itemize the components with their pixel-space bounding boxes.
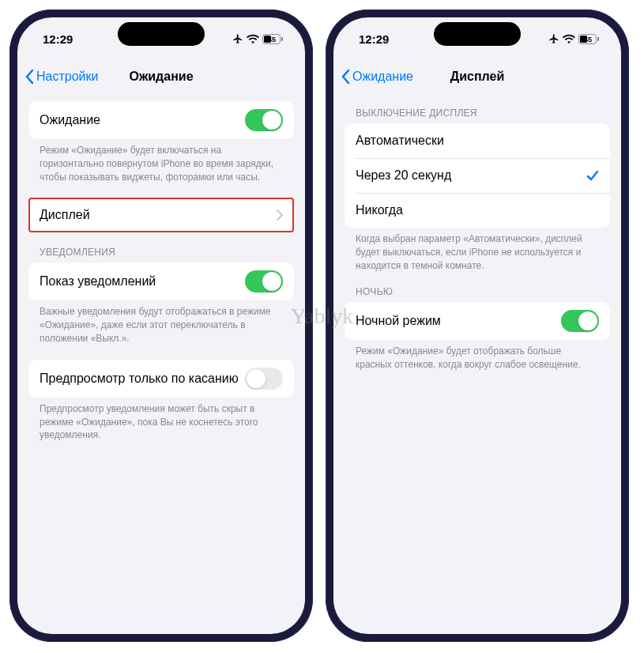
screen-right: 12:29 45 Ожидание Дисплей ВЫКЛЮЧЕНИЕ ДИС… — [333, 17, 621, 634]
show-notifications-toggle[interactable] — [245, 270, 283, 293]
dynamic-island — [434, 22, 521, 46]
night-mode-label: Ночной режим — [356, 314, 441, 328]
wifi-icon — [563, 34, 575, 43]
option-never[interactable]: Никогда — [345, 193, 610, 228]
display-row[interactable]: Дисплей — [28, 198, 294, 232]
phone-right: 12:29 45 Ожидание Дисплей ВЫКЛЮЧЕНИЕ ДИС… — [326, 9, 629, 642]
status-time: 12:29 — [359, 32, 389, 46]
svg-rect-6 — [597, 37, 599, 41]
nav-bar: Ожидание Дисплей — [333, 60, 621, 93]
display-label: Дисплей — [40, 208, 90, 222]
standby-toggle[interactable] — [245, 109, 283, 131]
phone-left: 12:29 45 Настройки Ожидание Ожидание — [9, 9, 313, 642]
status-icons: 45 — [548, 33, 599, 44]
option-after20-label: Через 20 секунд — [356, 168, 451, 183]
back-label: Ожидание — [352, 70, 413, 84]
page-title: Ожидание — [129, 70, 193, 84]
back-label: Настройки — [36, 70, 98, 84]
night-mode-row[interactable]: Ночной режим — [345, 302, 610, 340]
night-header: НОЧЬЮ — [345, 286, 610, 302]
airplane-icon — [548, 33, 559, 44]
battery-icon: 45 — [262, 34, 283, 44]
display-row-highlight: Дисплей — [28, 198, 294, 232]
preview-touch-toggle[interactable] — [245, 368, 283, 390]
standby-label: Ожидание — [40, 113, 100, 127]
display-off-header: ВЫКЛЮЧЕНИЕ ДИСПЛЕЯ — [345, 108, 610, 123]
option-auto-label: Автоматически — [356, 134, 444, 148]
status-time: 12:29 — [43, 32, 73, 46]
dynamic-island — [118, 22, 205, 46]
option-after20[interactable]: Через 20 секунд — [345, 158, 610, 193]
chevron-left-icon — [25, 69, 35, 85]
night-mode-toggle[interactable] — [561, 310, 599, 332]
wifi-icon — [247, 34, 259, 43]
svg-text:45: 45 — [268, 36, 276, 43]
checkmark-icon — [586, 169, 599, 182]
night-mode-footer: Режим «Ожидание» будет отображать больше… — [345, 340, 610, 372]
status-icons: 45 — [232, 33, 283, 44]
preview-touch-footer: Предпросмотр уведомления может быть скры… — [28, 398, 294, 442]
option-auto[interactable]: Автоматически — [345, 123, 610, 158]
option-never-label: Никогда — [356, 203, 403, 217]
standby-footer: Режим «Ожидание» будет включаться на гор… — [28, 139, 294, 183]
show-notifications-footer: Важные уведомления будут отображаться в … — [28, 300, 294, 345]
show-notifications-row[interactable]: Показ уведомлений — [28, 262, 294, 300]
screen-left: 12:29 45 Настройки Ожидание Ожидание — [17, 17, 305, 634]
standby-row[interactable]: Ожидание — [28, 101, 294, 139]
svg-rect-2 — [281, 37, 283, 41]
chevron-right-icon — [277, 209, 283, 221]
notifications-header: УВЕДОМЛЕНИЯ — [28, 247, 294, 262]
preview-touch-label: Предпросмотр только по касанию — [40, 372, 239, 386]
battery-icon: 45 — [578, 34, 599, 44]
svg-text:45: 45 — [584, 36, 592, 43]
back-button[interactable]: Настройки — [25, 69, 98, 85]
display-off-footer: Когда выбран параметр «Автоматически», д… — [345, 228, 610, 272]
page-title: Дисплей — [450, 70, 504, 84]
show-notifications-label: Показ уведомлений — [40, 274, 156, 289]
nav-bar: Настройки Ожидание — [17, 60, 305, 93]
back-button[interactable]: Ожидание — [341, 69, 413, 85]
preview-touch-row[interactable]: Предпросмотр только по касанию — [28, 360, 294, 398]
airplane-icon — [232, 33, 243, 44]
chevron-left-icon — [341, 69, 351, 85]
